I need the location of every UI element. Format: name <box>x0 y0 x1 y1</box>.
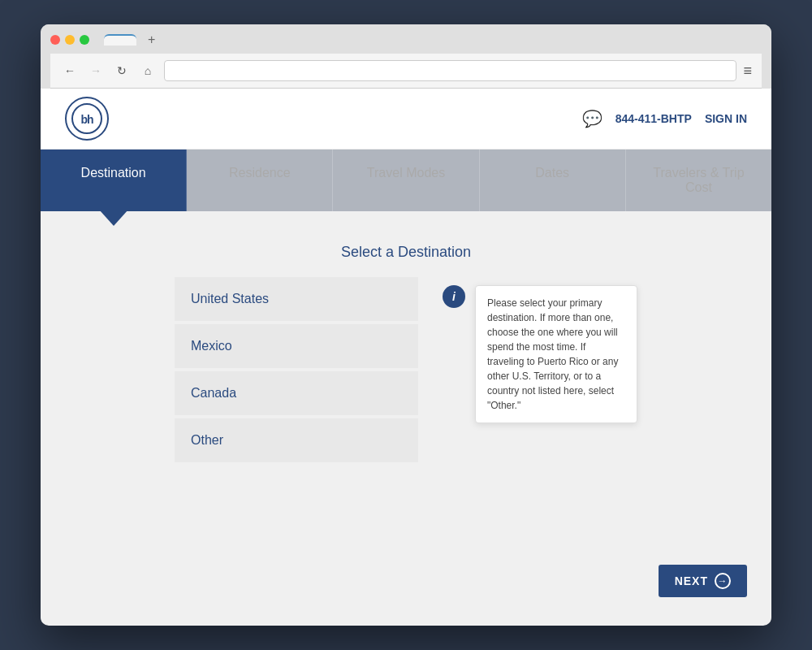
close-button[interactable] <box>50 35 60 45</box>
destination-mexico[interactable]: Mexico <box>175 324 418 368</box>
section-title: Select a Destination <box>65 244 747 261</box>
maximize-button[interactable] <box>80 35 89 45</box>
destination-other[interactable]: Other <box>175 418 418 462</box>
browser-titlebar: + <box>50 32 762 47</box>
destination-list: United States Mexico Canada Other <box>175 277 418 462</box>
site-header: bh 💬 844-411-BHTP SIGN IN <box>41 89 771 150</box>
minimize-button[interactable] <box>65 35 75 45</box>
reload-button[interactable]: ↻ <box>112 61 132 80</box>
destination-united-states[interactable]: United States <box>175 277 418 321</box>
browser-tab[interactable] <box>104 34 136 46</box>
wizard-step-residence[interactable]: Residence <box>187 150 333 211</box>
tooltip-box: Please select your primary destination. … <box>475 285 637 423</box>
wizard-step-destination[interactable]: Destination <box>41 150 187 211</box>
wizard-steps: Destination Residence Travel Modes Dates… <box>41 150 771 211</box>
logo: bh <box>65 97 109 141</box>
browser-chrome: + ← → ↻ ⌂ ≡ <box>41 24 771 89</box>
header-right: 💬 844-411-BHTP SIGN IN <box>582 109 747 128</box>
svg-text:bh: bh <box>80 113 93 126</box>
browser-navbar: ← → ↻ ⌂ ≡ <box>50 54 762 89</box>
chat-icon[interactable]: 💬 <box>582 109 603 128</box>
wizard-step-dates[interactable]: Dates <box>480 150 626 211</box>
wizard-step-travel-modes[interactable]: Travel Modes <box>333 150 479 211</box>
next-button[interactable]: NEXT → <box>659 565 747 597</box>
next-label: NEXT <box>675 574 708 587</box>
new-tab-button[interactable]: + <box>148 32 155 47</box>
info-icon[interactable]: i <box>443 285 465 308</box>
home-button[interactable]: ⌂ <box>138 61 158 80</box>
destination-canada[interactable]: Canada <box>175 371 418 415</box>
page-content: bh 💬 844-411-BHTP SIGN IN Destination Re… <box>41 89 771 609</box>
destination-container: United States Mexico Canada Other i Plea… <box>65 277 747 462</box>
browser-window: + ← → ↻ ⌂ ≡ bh 💬 844-411- <box>41 24 771 626</box>
forward-button[interactable]: → <box>86 61 106 80</box>
phone-number: 844-411-BHTP <box>615 112 692 125</box>
next-arrow-icon: → <box>715 573 731 589</box>
logo-container: bh <box>65 97 109 141</box>
menu-icon[interactable]: ≡ <box>743 63 752 80</box>
main-area: Select a Destination United States Mexic… <box>41 211 771 552</box>
sign-in-link[interactable]: SIGN IN <box>705 112 747 125</box>
wizard-step-travelers[interactable]: Travelers & Trip Cost <box>626 150 771 211</box>
back-button[interactable]: ← <box>60 61 80 80</box>
traffic-lights <box>50 35 89 45</box>
info-tooltip-area: i Please select your primary destination… <box>443 285 637 423</box>
address-bar[interactable] <box>164 60 736 81</box>
page-footer: NEXT → <box>41 552 771 609</box>
